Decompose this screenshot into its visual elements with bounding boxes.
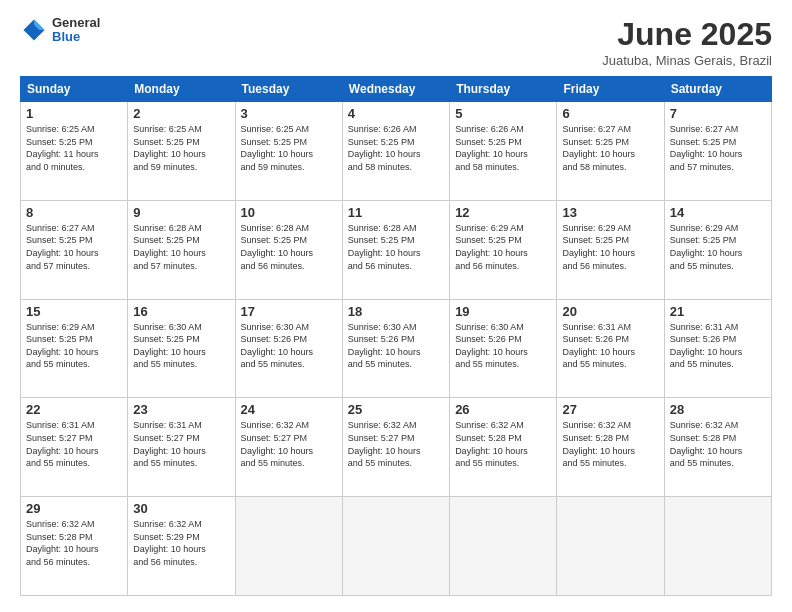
cell-text-line: Sunrise: 6:32 AM <box>348 419 444 432</box>
day-number: 19 <box>455 304 551 319</box>
cell-text-line: Sunset: 5:25 PM <box>348 136 444 149</box>
calendar-cell <box>235 497 342 596</box>
cell-text-line: and 56 minutes. <box>26 556 122 569</box>
cell-text-line: Sunrise: 6:31 AM <box>670 321 766 334</box>
cell-text-line: Sunrise: 6:30 AM <box>133 321 229 334</box>
calendar-cell: 7Sunrise: 6:27 AMSunset: 5:25 PMDaylight… <box>664 102 771 201</box>
calendar-week-row: 8Sunrise: 6:27 AMSunset: 5:25 PMDaylight… <box>21 200 772 299</box>
cell-text-line: Daylight: 10 hours <box>133 445 229 458</box>
calendar-cell: 1Sunrise: 6:25 AMSunset: 5:25 PMDaylight… <box>21 102 128 201</box>
cell-text-line: and 55 minutes. <box>562 358 658 371</box>
cell-text-line: Sunrise: 6:32 AM <box>26 518 122 531</box>
cell-text-line: Sunrise: 6:27 AM <box>26 222 122 235</box>
calendar-cell <box>450 497 557 596</box>
cell-text-line: Daylight: 10 hours <box>562 346 658 359</box>
calendar-cell: 15Sunrise: 6:29 AMSunset: 5:25 PMDayligh… <box>21 299 128 398</box>
calendar-cell: 9Sunrise: 6:28 AMSunset: 5:25 PMDaylight… <box>128 200 235 299</box>
cell-text-line: Sunrise: 6:28 AM <box>348 222 444 235</box>
cell-text-line: Sunset: 5:25 PM <box>133 136 229 149</box>
cell-text-line: and 55 minutes. <box>455 457 551 470</box>
cell-text-line: Sunset: 5:25 PM <box>670 234 766 247</box>
cell-text-line: and 56 minutes. <box>455 260 551 273</box>
cell-text-line: Daylight: 10 hours <box>670 148 766 161</box>
cell-text-line: and 55 minutes. <box>348 358 444 371</box>
calendar-cell: 20Sunrise: 6:31 AMSunset: 5:26 PMDayligh… <box>557 299 664 398</box>
cell-text-line: Daylight: 10 hours <box>241 445 337 458</box>
cell-text-line: Daylight: 10 hours <box>241 346 337 359</box>
cell-text-line: Sunrise: 6:30 AM <box>455 321 551 334</box>
cell-text-line: Daylight: 10 hours <box>26 346 122 359</box>
cell-text-line: Sunrise: 6:32 AM <box>133 518 229 531</box>
cell-text-line: and 57 minutes. <box>670 161 766 174</box>
cell-text-line: Sunset: 5:26 PM <box>241 333 337 346</box>
calendar-cell: 29Sunrise: 6:32 AMSunset: 5:28 PMDayligh… <box>21 497 128 596</box>
calendar-cell: 14Sunrise: 6:29 AMSunset: 5:25 PMDayligh… <box>664 200 771 299</box>
cell-text-line: Daylight: 10 hours <box>455 247 551 260</box>
cell-text-line: Sunrise: 6:30 AM <box>348 321 444 334</box>
cell-text-line: Sunrise: 6:27 AM <box>562 123 658 136</box>
location: Juatuba, Minas Gerais, Brazil <box>602 53 772 68</box>
cell-text-line: Daylight: 10 hours <box>455 346 551 359</box>
logo: General Blue <box>20 16 100 45</box>
day-number: 28 <box>670 402 766 417</box>
day-number: 5 <box>455 106 551 121</box>
calendar-cell <box>342 497 449 596</box>
cell-text-line: Sunset: 5:27 PM <box>348 432 444 445</box>
day-number: 7 <box>670 106 766 121</box>
day-number: 9 <box>133 205 229 220</box>
cell-text-line: Daylight: 10 hours <box>133 543 229 556</box>
cell-text-line: Sunrise: 6:25 AM <box>241 123 337 136</box>
calendar-cell: 30Sunrise: 6:32 AMSunset: 5:29 PMDayligh… <box>128 497 235 596</box>
calendar-cell: 25Sunrise: 6:32 AMSunset: 5:27 PMDayligh… <box>342 398 449 497</box>
day-number: 18 <box>348 304 444 319</box>
cell-text-line: Sunset: 5:25 PM <box>455 136 551 149</box>
calendar-cell: 22Sunrise: 6:31 AMSunset: 5:27 PMDayligh… <box>21 398 128 497</box>
calendar-cell: 24Sunrise: 6:32 AMSunset: 5:27 PMDayligh… <box>235 398 342 497</box>
calendar-cell: 2Sunrise: 6:25 AMSunset: 5:25 PMDaylight… <box>128 102 235 201</box>
cell-text-line: and 59 minutes. <box>241 161 337 174</box>
calendar-cell: 17Sunrise: 6:30 AMSunset: 5:26 PMDayligh… <box>235 299 342 398</box>
cell-text-line: Sunrise: 6:32 AM <box>241 419 337 432</box>
calendar-cell: 10Sunrise: 6:28 AMSunset: 5:25 PMDayligh… <box>235 200 342 299</box>
cell-text-line: and 58 minutes. <box>348 161 444 174</box>
cell-text-line: Sunrise: 6:31 AM <box>133 419 229 432</box>
cell-text-line: Daylight: 10 hours <box>348 148 444 161</box>
day-number: 20 <box>562 304 658 319</box>
day-number: 17 <box>241 304 337 319</box>
cell-text-line: Daylight: 10 hours <box>670 445 766 458</box>
cell-text-line: Sunrise: 6:31 AM <box>562 321 658 334</box>
day-number: 21 <box>670 304 766 319</box>
calendar-cell: 11Sunrise: 6:28 AMSunset: 5:25 PMDayligh… <box>342 200 449 299</box>
cell-text-line: Sunset: 5:26 PM <box>348 333 444 346</box>
cell-text-line: Daylight: 10 hours <box>562 148 658 161</box>
calendar-cell: 28Sunrise: 6:32 AMSunset: 5:28 PMDayligh… <box>664 398 771 497</box>
cell-text-line: Daylight: 10 hours <box>241 247 337 260</box>
cell-text-line: and 56 minutes. <box>562 260 658 273</box>
cell-text-line: Daylight: 10 hours <box>26 247 122 260</box>
cell-text-line: and 55 minutes. <box>670 260 766 273</box>
cell-text-line: Daylight: 10 hours <box>348 346 444 359</box>
col-thursday: Thursday <box>450 77 557 102</box>
cell-text-line: Sunrise: 6:30 AM <box>241 321 337 334</box>
cell-text-line: Sunset: 5:28 PM <box>670 432 766 445</box>
col-sunday: Sunday <box>21 77 128 102</box>
cell-text-line: Sunrise: 6:31 AM <box>26 419 122 432</box>
cell-text-line: and 55 minutes. <box>133 358 229 371</box>
cell-text-line: and 57 minutes. <box>133 260 229 273</box>
day-number: 23 <box>133 402 229 417</box>
cell-text-line: Sunrise: 6:29 AM <box>562 222 658 235</box>
cell-text-line: Sunset: 5:25 PM <box>562 136 658 149</box>
day-number: 12 <box>455 205 551 220</box>
cell-text-line: Sunrise: 6:26 AM <box>455 123 551 136</box>
cell-text-line: and 55 minutes. <box>241 358 337 371</box>
cell-text-line: Sunset: 5:28 PM <box>26 531 122 544</box>
cell-text-line: Sunset: 5:27 PM <box>26 432 122 445</box>
cell-text-line: Daylight: 10 hours <box>455 445 551 458</box>
calendar-cell: 16Sunrise: 6:30 AMSunset: 5:25 PMDayligh… <box>128 299 235 398</box>
logo-icon <box>20 16 48 44</box>
calendar-body: 1Sunrise: 6:25 AMSunset: 5:25 PMDaylight… <box>21 102 772 596</box>
calendar-cell: 21Sunrise: 6:31 AMSunset: 5:26 PMDayligh… <box>664 299 771 398</box>
cell-text-line: and 55 minutes. <box>348 457 444 470</box>
cell-text-line: and 55 minutes. <box>670 358 766 371</box>
cell-text-line: and 55 minutes. <box>562 457 658 470</box>
